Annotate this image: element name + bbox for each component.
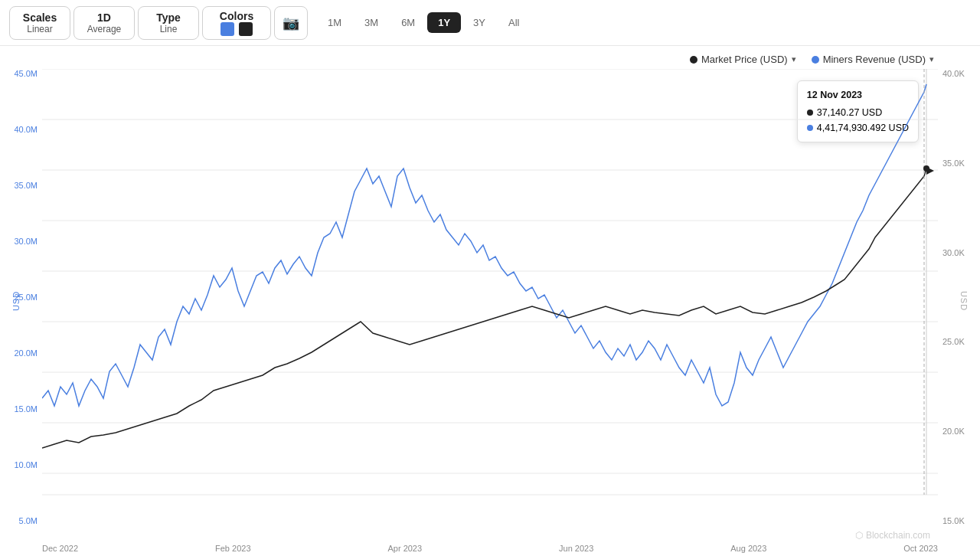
time-btn-6m[interactable]: 6M	[390, 12, 426, 33]
x-oct2023: Oct 2023	[903, 544, 938, 553]
colors-label: Colors	[220, 10, 253, 22]
time-btn-all[interactable]: All	[498, 12, 530, 33]
interval-value: Average	[87, 24, 121, 34]
chart-svg	[42, 69, 938, 525]
y-right-35k: 35.0K	[942, 159, 965, 168]
legend-miners-revenue[interactable]: Miners Revenue (USD) ▾	[812, 54, 934, 65]
y-left-45m: 45.0M	[14, 69, 38, 78]
market-price-chevron: ▾	[792, 54, 796, 64]
y-left-15m: 15.0M	[14, 404, 38, 414]
y-left-30m: 30.0M	[14, 237, 38, 246]
x-jun2023: Jun 2023	[559, 544, 593, 553]
time-btn-1y[interactable]: 1Y	[427, 12, 461, 33]
color-swatches	[220, 22, 253, 36]
miners-revenue-dot	[812, 56, 819, 64]
toolbar: Scales Linear 1D Average Type Line Color…	[0, 0, 980, 46]
miners-revenue-label: Miners Revenue (USD)	[823, 54, 926, 65]
miners-revenue-line	[42, 84, 926, 406]
watermark-text: Blockchain.com	[866, 530, 930, 541]
y-left-35m: 35.0M	[14, 181, 38, 190]
y-left-10m: 10.0M	[14, 460, 38, 469]
y-left-20m: 20.0M	[14, 348, 38, 358]
cursor-arrow-market	[926, 167, 934, 175]
y-right-40k: 40.0K	[942, 69, 965, 78]
x-axis: Dec 2022 Feb 2023 Apr 2023 Jun 2023 Aug …	[42, 544, 938, 553]
y-title-left: USD	[11, 291, 21, 311]
miners-revenue-chevron: ▾	[929, 54, 934, 64]
time-btn-3y[interactable]: 3Y	[462, 12, 496, 33]
screenshot-button[interactable]: 📷	[274, 6, 308, 40]
grid-lines	[42, 69, 938, 495]
x-dec2022: Dec 2022	[42, 544, 78, 553]
y-right-25k: 25.0K	[942, 337, 965, 346]
y-left-40m: 40.0M	[14, 125, 38, 134]
scales-button[interactable]: Scales Linear	[9, 6, 70, 40]
y-left-5m: 5.0M	[19, 516, 38, 525]
y-axis-left: 45.0M 40.0M 35.0M 30.0M 25.0M 20.0M 15.0…	[0, 69, 42, 525]
market-price-line	[42, 168, 926, 448]
time-btn-3m[interactable]: 3M	[354, 12, 389, 33]
time-btn-1m[interactable]: 1M	[317, 12, 352, 33]
y-right-30k: 30.0K	[942, 248, 965, 257]
type-label: Type	[156, 11, 181, 24]
camera-icon: 📷	[283, 15, 299, 31]
x-aug2023: Aug 2023	[730, 544, 766, 553]
y-title-right: USD	[959, 291, 969, 311]
y-right-15k: 15.0K	[942, 516, 965, 525]
market-price-label: Market Price (USD)	[701, 54, 788, 65]
x-feb2023: Feb 2023	[215, 544, 250, 553]
chart-container: Market Price (USD) ▾ Miners Revenue (USD…	[0, 46, 980, 556]
market-price-dot	[690, 56, 697, 64]
y-right-20k: 20.0K	[942, 427, 965, 436]
chart-legend: Market Price (USD) ▾ Miners Revenue (USD…	[690, 54, 934, 65]
colors-button[interactable]: Colors	[202, 6, 271, 40]
interval-button[interactable]: 1D Average	[74, 6, 135, 40]
time-range-buttons: 1M 3M 6M 1Y 3Y All	[317, 12, 530, 33]
x-apr2023: Apr 2023	[387, 544, 422, 553]
watermark-icon: ⬡	[855, 530, 863, 541]
scales-label: Scales	[23, 11, 57, 24]
interval-label: 1D	[97, 11, 111, 24]
black-swatch	[239, 22, 253, 36]
watermark: ⬡ Blockchain.com	[855, 530, 930, 541]
scales-value: Linear	[27, 24, 52, 34]
type-button[interactable]: Type Line	[138, 6, 199, 40]
type-value: Line	[160, 24, 178, 34]
blue-swatch	[220, 22, 234, 36]
legend-market-price[interactable]: Market Price (USD) ▾	[690, 54, 796, 65]
